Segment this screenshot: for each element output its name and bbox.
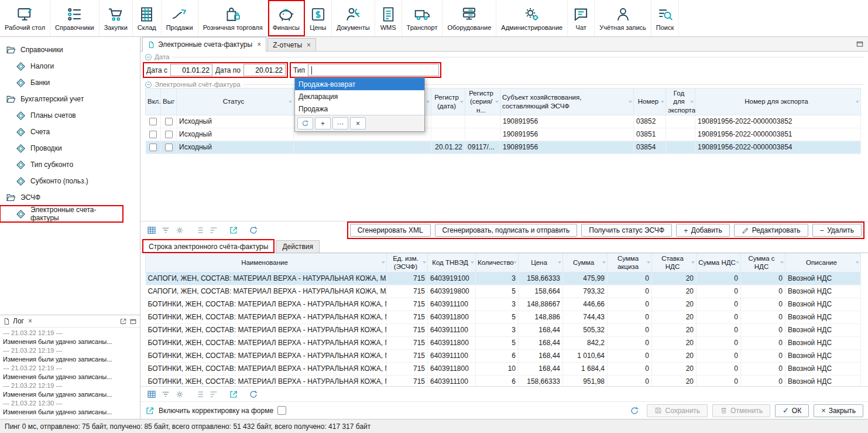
sidebar-item[interactable]: Счета [0,124,140,140]
detail-list-icon[interactable] [193,388,206,401]
edit-button[interactable]: Редактировать [734,224,808,237]
dropdown-option[interactable]: Декларация [295,90,424,103]
line-row[interactable]: БОТИНКИ, ЖЕН, СОСТАВ: МАТЕРИАЛ ВЕРХА - Н… [146,298,861,311]
tab-close-icon[interactable]: × [257,41,261,48]
log-popout-icon[interactable] [119,318,127,325]
toolbar-item-sales[interactable]: Продажи [162,0,198,36]
line-row[interactable]: САПОГИ, ЖЕН, СОСТАВ: МАТЕРИАЛ ВЕРХА - НА… [146,285,861,298]
column-header[interactable]: Описание [785,254,861,272]
sidebar-item[interactable]: Тип субконто [0,156,140,173]
dropdown-option[interactable]: Продажа-возврат [295,78,424,90]
toolbar-item-documents[interactable]: Документы [332,0,375,36]
toolbar-item-references[interactable]: Справочники [50,0,100,36]
window-restore-icon[interactable] [856,40,864,48]
sidebar-item[interactable]: Субконто (польз.) [0,173,140,189]
column-header[interactable]: Вкл. [146,88,161,115]
sidebar-item[interactable]: Проводки [0,140,140,156]
filter-icon[interactable] [159,224,172,237]
list-icon[interactable] [207,388,220,401]
log-collapse-icon[interactable] [129,318,137,325]
generate-sign-send-button[interactable]: Сгенерировать, подписать и отправить [435,224,578,237]
toolbar-item-finance[interactable]: Финансы [268,0,305,36]
row-checkbox[interactable] [165,118,173,125]
toolbar-item-account[interactable]: Учётная запись [595,0,651,36]
refresh-icon[interactable] [247,224,260,237]
column-header[interactable]: Ставка НДС [652,254,697,272]
column-header[interactable]: Количество [476,254,519,272]
row-checkbox[interactable] [165,131,173,138]
add-button[interactable]: +Добавить [676,224,730,237]
detail-tab-actions[interactable]: Действия [276,240,320,253]
column-header[interactable]: Код ТНВЭД [428,254,476,272]
sidebar-item[interactable]: Планы счетов [0,107,140,124]
line-row[interactable]: БОТИНКИ, ЖЕН, СОСТАВ: МАТЕРИАЛ ВЕРХА - Н… [146,336,861,349]
filter-icon[interactable] [159,388,172,401]
ok-button[interactable]: ✓ОК [775,404,809,417]
line-row[interactable]: БОТИНКИ, ЖЕН, СОСТАВ: МАТЕРИАЛ ВЕРХА - Н… [146,362,861,375]
column-header[interactable]: Сумма акциза [608,254,652,272]
type-input[interactable] [308,64,439,76]
sidebar-item[interactable]: Банки [0,74,140,91]
tab-z-reports[interactable]: Z-отчеты× [267,38,316,51]
toolbar-item-purchases[interactable]: Закупки [100,0,133,36]
sidebar-item[interactable]: Налоги [0,58,140,74]
toolbar-item-prices[interactable]: Цены [305,0,332,36]
toolbar-item-equipment[interactable]: Оборудование [442,0,496,36]
row-checkbox[interactable] [149,144,157,151]
toolbar-item-retail[interactable]: Розничная торговля [198,0,268,36]
dropdown-more-icon[interactable]: ··· [332,117,348,129]
tab-invoices[interactable]: Электронные счета-фактуры× [142,37,266,52]
cancel-button[interactable]: Отменить [712,404,770,417]
column-header[interactable]: Субъект хозяйствования, составляющий ЭСЧ… [500,88,634,115]
column-header[interactable]: Цена [519,254,563,272]
line-row[interactable]: БОТИНКИ, ЖЕН, СОСТАВ: МАТЕРИАЛ ВЕРХА - Н… [146,311,861,323]
sidebar-item[interactable]: Электронные счета-фактуры [0,206,123,222]
log-close-icon[interactable]: × [28,318,32,325]
date-from-input[interactable] [170,64,212,76]
delete-button[interactable]: −Удалить [812,224,862,237]
open-in-window-icon[interactable] [227,224,240,237]
dropdown-refresh-icon[interactable] [297,117,313,129]
toolbar-item-wms[interactable]: WMS [375,0,402,36]
column-header[interactable]: Наименование [146,254,387,272]
toolbar-item-transport[interactable]: Транспорт [402,0,443,36]
row-checkbox[interactable] [149,118,157,125]
table-view-icon[interactable] [145,388,158,401]
get-status-button[interactable]: Получить статус ЭСЧФ [581,224,672,237]
list-icon[interactable] [207,224,220,237]
sidebar-item[interactable]: ЭСЧФ [0,189,140,206]
dropdown-add-icon[interactable]: + [315,117,331,129]
sidebar-item[interactable]: Справочники [0,42,140,58]
refresh-icon[interactable] [247,388,260,401]
column-header[interactable]: Сумма [563,254,608,272]
column-header[interactable]: Номер для экспорта [695,88,861,115]
generate-xml-button[interactable]: Сгенерировать XML [350,224,431,237]
open-in-window-icon[interactable] [227,388,240,401]
line-row[interactable]: БОТИНКИ, ЖЕН, СОСТАВ: МАТЕРИАЛ ВЕРХА - Н… [146,349,861,362]
table-view-icon[interactable] [145,224,158,237]
column-header[interactable]: Выг [161,88,177,115]
invoice-row[interactable]: Исходный19089195603851190891956-2022-000… [146,128,861,141]
toolbar-item-search[interactable]: Поиск [651,0,679,36]
refresh-icon[interactable] [628,404,641,417]
detail-list-icon[interactable] [193,224,206,237]
column-header[interactable]: Регистр (серия/н... [465,88,500,115]
column-header[interactable]: Сумма с НДС [741,254,785,272]
close-button[interactable]: ×Закрыть [814,404,863,417]
date-to-input[interactable] [243,64,286,76]
toolbar-item-warehouse[interactable]: Склад [133,0,162,36]
row-checkbox[interactable] [165,144,173,151]
invoice-row[interactable]: Исходный19089195603852190891956-2022-000… [146,115,861,128]
toolbar-item-chat[interactable]: Чат [568,0,595,36]
column-header[interactable]: Год для экспорта [666,88,695,115]
tab-close-icon[interactable]: × [307,42,311,49]
column-header[interactable]: Регистр (дата) [431,88,465,115]
column-header[interactable]: Сумма НДС [697,254,741,272]
save-button[interactable]: Сохранить [647,404,708,417]
dropdown-option[interactable]: Продажа [295,103,424,115]
column-header[interactable]: Номер [634,88,666,115]
line-row[interactable]: БОТИНКИ, ЖЕН, СОСТАВ: МАТЕРИАЛ ВЕРХА - Н… [146,375,861,386]
line-row[interactable]: БОТИНКИ, ЖЕН, СОСТАВ: МАТЕРИАЛ ВЕРХА - Н… [146,323,861,336]
column-header[interactable]: Ед. изм. (ЭСЧФ) [387,254,428,272]
collapse-group-icon[interactable] [145,54,152,60]
